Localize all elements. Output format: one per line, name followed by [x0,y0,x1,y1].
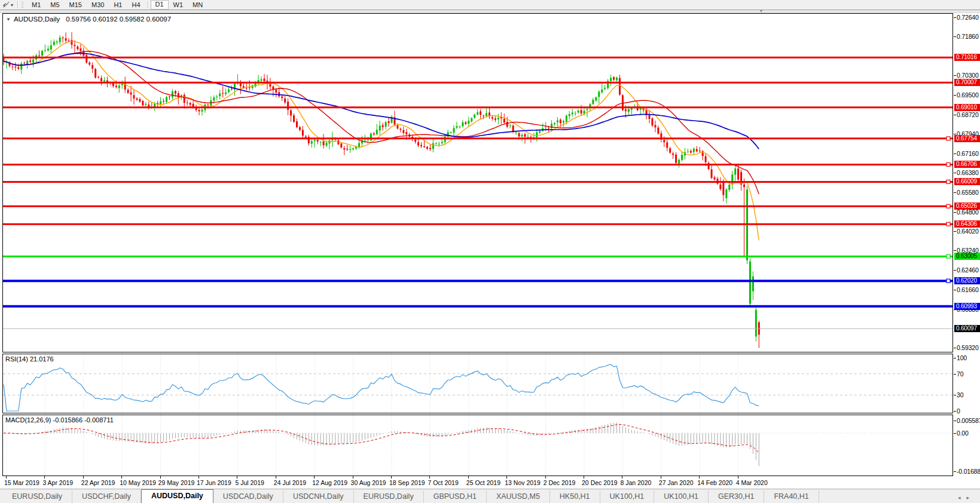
cursor-chart-icon[interactable] [1,1,11,9]
macd-panel[interactable]: MACD(12,26,9) -0.015866 -0.008711 [2,415,953,476]
price-level-tag: 0.63005 [954,253,980,260]
chart-tab-fra40-h1[interactable]: FRA40,H1 [764,490,819,503]
tab-scroll-arrows[interactable]: ◂▸ [958,495,975,501]
price-axis-tick-tickmark [954,173,956,173]
rsi-axis-tick: 0 [957,407,960,415]
rsi-axis-tick: 70 [957,370,963,378]
tab-scroll-right-icon[interactable]: ▸ [966,495,975,501]
timeframe-button-mn[interactable]: MN [188,0,207,10]
price-axis-tick-tickmark [954,250,956,251]
date-axis-tickmark [545,476,546,479]
price-axis-tick-tickmark [954,231,956,232]
date-axis-label: 13 Nov 2019 [505,479,541,486]
price-axis-tick: 0.64800 [957,208,979,216]
rsi-panel[interactable]: RSI(14) 21.0176 [2,354,953,413]
chart-tab-hk50-h1[interactable]: HK50,H1 [550,490,600,503]
price-axis-tick-tickmark [954,270,956,271]
chart-tab-gbpusd-h1[interactable]: GBPUSD,H1 [424,490,487,503]
macd-axis-tick-tickmark [954,433,956,434]
tab-scroll-left-icon[interactable]: ◂ [958,495,967,501]
price-axis-tick: 0.59320 [957,344,979,351]
date-axis-tickmark [622,476,622,479]
date-axis-label: 5 Jul 2019 [235,479,264,486]
price-axis-tick-tickmark [954,115,956,115]
date-axis-tickmark [6,476,7,479]
chart-tab-xauusd-m5[interactable]: XAUUSD,M5 [487,490,550,503]
timeframe-button-m5[interactable]: M5 [45,0,64,10]
price-axis-tick-tickmark [954,17,956,18]
timeframe-button-d1[interactable]: D1 [151,0,169,10]
date-axis-tickmark [391,476,392,479]
date-axis-label: 12 Aug 2019 [312,479,347,486]
chart-tab-usdcnh-daily[interactable]: USDCNH,Daily [283,490,354,503]
macd-axis-tick: 0.00 [957,430,969,437]
date-axis-label: 14 Feb 2020 [697,479,732,486]
price-axis-tick-tickmark [954,348,956,348]
toolbar-grip[interactable] [22,2,23,8]
chart-tab-usdcad-daily[interactable]: USDCAD,Daily [213,490,283,503]
macd-axis-tick-tickmark [954,421,956,421]
date-axis-label: 25 Oct 2019 [466,479,500,486]
price-axis-tick: 0.63240 [957,247,979,254]
price-axis-tick: 0.60880 [957,306,979,313]
date-axis-label: 22 Apr 2019 [81,479,115,486]
date-axis: 15 Mar 20193 Apr 201922 Apr 201910 May 2… [2,476,953,489]
date-axis-label: 7 Oct 2019 [428,479,458,486]
rsi-axis-tick-tickmark [954,411,956,412]
chart-tab-eurusd-daily[interactable]: EURUSD,Daily [2,490,72,503]
date-axis-tickmark [44,476,45,479]
date-axis-label: 2 Dec 2019 [544,479,576,486]
chevron-down-icon[interactable]: ▾ [11,2,13,8]
date-axis-label: 29 May 2019 [158,479,195,486]
price-level-tag: 0.69010 [954,104,980,111]
toolbar-separator [148,1,148,8]
price-level-tag: 0.67754 [954,135,980,142]
date-axis-tickmark [699,476,700,479]
price-axis-tick-tickmark [954,309,956,310]
timeframe-button-m15[interactable]: M15 [65,0,87,10]
price-axis-tick: 0.70300 [957,72,979,79]
timeframe-buttons: M1M5M15M30H1H4D1W1MN [27,0,207,10]
chart-tab-eurusd-daily[interactable]: EURUSD,Daily [354,490,424,503]
price-level-tag: 0.70007 [954,79,980,86]
date-axis-tickmark [738,476,738,479]
date-axis-tickmark [584,476,584,479]
chart-title: ▼AUDUSD,Daily0.59756 0.60192 0.59582 0.6… [6,16,171,23]
date-axis-tickmark [429,476,430,479]
date-axis-tickmark [661,476,661,479]
timeframe-button-m1[interactable]: M1 [27,0,45,10]
candlestick-chart[interactable] [3,14,952,352]
date-axis-tickmark [276,476,276,479]
date-axis-label: 8 Jan 2020 [620,479,651,486]
toolbar-separator [17,1,18,8]
date-axis-label: 17 Jun 2019 [197,479,231,486]
chart-tab-uk100-h1[interactable]: UK100,H1 [600,490,655,503]
timeframe-button-m30[interactable]: M30 [87,0,109,10]
rsi-chart[interactable] [3,354,952,413]
chart-tab-audusd-daily[interactable]: AUDUSD,Daily [141,489,213,503]
chart-tab-usdchf-daily[interactable]: USDCHF,Daily [72,490,141,503]
rsi-label: RSI(14) 21.0176 [5,355,54,363]
price-chart-panel[interactable]: ▼AUDUSD,Daily0.59756 0.60192 0.59582 0.6… [2,13,953,352]
date-axis-tickmark [237,476,237,479]
price-axis-tick: 0.61660 [957,286,979,293]
timeframe-toolbar: ▾ M1M5M15M30H1H4D1W1MN [0,0,980,10]
rsi-axis-tick-tickmark [954,358,956,358]
macd-chart[interactable] [3,415,952,476]
date-axis-label: 15 Mar 2019 [4,479,39,486]
date-axis-label: 4 Mar 2020 [736,479,768,486]
chart-tab-ger30-h1[interactable]: GER30,H1 [709,490,764,503]
timeframe-button-w1[interactable]: W1 [169,0,188,10]
chart-tab-uk100-h1[interactable]: UK100,H1 [654,490,709,503]
timeframe-button-h1[interactable]: H1 [109,0,127,10]
collapse-icon[interactable]: ▼ [6,17,11,22]
price-axis-tick: 0.67160 [957,150,979,157]
date-axis-label: 3 Apr 2019 [42,479,73,486]
price-level-tag: 0.71016 [954,54,980,61]
trading-platform-window: ▾ M1M5M15M30H1H4D1W1MN ▼ ▼AUDUSD,Daily0.… [0,0,980,503]
macd-axis-tick: -0.016887 [957,468,980,475]
chart-ohlc-values: 0.59756 0.60192 0.59582 0.60097 [66,16,171,23]
price-level-tag: 0.62020 [954,277,980,284]
price-axis-tick: 0.64020 [957,228,979,235]
timeframe-button-h4[interactable]: H4 [127,0,145,10]
